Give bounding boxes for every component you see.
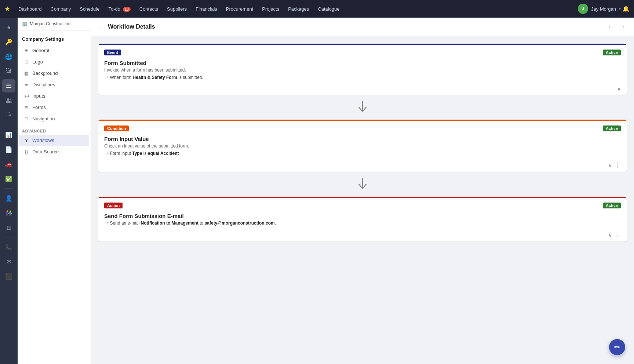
next-arrow[interactable]: → xyxy=(618,23,627,31)
sidebar-icon-check[interactable]: ✅ xyxy=(2,172,15,185)
nav-company[interactable]: Company xyxy=(47,4,75,14)
avatar: J xyxy=(578,4,588,14)
sidebar-icon-mail[interactable]: ✉ xyxy=(2,255,15,268)
workflows-icon: Y xyxy=(23,138,29,143)
sidebar-icon-list[interactable] xyxy=(2,79,15,92)
sidebar-icon-doc[interactable]: 📄 xyxy=(2,143,15,156)
nav-todo[interactable]: To-do 10 xyxy=(105,4,134,14)
sidebar-item-background-label: Background xyxy=(32,70,58,76)
event-subtitle: Invoked when a form has been submitted. xyxy=(104,68,621,73)
chevron-down-icon: ▾ xyxy=(619,7,621,11)
svg-rect-0 xyxy=(6,84,11,84)
action-card-body: Send Form Submission E-mail Send an e-ma… xyxy=(98,210,627,230)
sidebar-item-datasource[interactable]: {} Data Source xyxy=(19,146,89,157)
sidebar-icon-globe[interactable]: 🌐 xyxy=(2,50,15,63)
action-expand-icon[interactable]: ∨ xyxy=(608,232,612,238)
sidebar-icon-car[interactable]: 🚗 xyxy=(2,157,15,171)
action-more-icon[interactable]: ⋮ xyxy=(615,232,621,239)
sidebar-icon-star[interactable]: ★ xyxy=(2,21,15,34)
svg-point-3 xyxy=(7,98,9,101)
condition-card-footer: ∨ ⋮ xyxy=(98,160,627,172)
todo-badge: 10 xyxy=(123,7,131,12)
event-expand-icon[interactable]: ∨ xyxy=(617,86,621,92)
condition-badge: Condition xyxy=(104,125,129,131)
sidebar-icon-group[interactable]: 👫 xyxy=(2,206,15,219)
sidebar-icon-image[interactable]: 🖼 xyxy=(2,65,15,78)
back-button[interactable]: ← xyxy=(98,23,104,30)
arrow-down-1 xyxy=(98,95,627,120)
user-menu[interactable]: J Jay Morgan ▾ xyxy=(578,4,621,14)
condition-expand-icon[interactable]: ∨ xyxy=(608,163,612,168)
user-name: Jay Morgan xyxy=(591,6,616,12)
event-active-badge: Active xyxy=(603,50,621,55)
event-card: Event Active Form Submitted Invoked when… xyxy=(98,44,627,95)
sidebar-item-forms[interactable]: ≡ Forms xyxy=(19,102,89,113)
logo-icon: □ xyxy=(23,59,29,65)
sidebar-icon-grid[interactable]: ⊞ xyxy=(2,221,15,234)
nav-projects[interactable]: Projects xyxy=(258,4,283,14)
sidebar-item-disciplines-label: Disciplines xyxy=(32,82,55,87)
sidebar-item-inputs[interactable]: 🏷 Inputs xyxy=(19,90,89,102)
nav-packages[interactable]: Packages xyxy=(284,4,313,14)
nav-financials[interactable]: Financials xyxy=(192,4,221,14)
svg-point-4 xyxy=(10,99,11,101)
nav-suppliers[interactable]: Suppliers xyxy=(163,4,190,14)
nav-schedule[interactable]: Schedule xyxy=(76,4,103,14)
navigation-icon: □ xyxy=(23,116,29,121)
action-card: Action Active Send Form Submission E-mai… xyxy=(98,197,627,241)
settings-section-title: Company Settings xyxy=(18,30,91,45)
sidebar-icon-users[interactable] xyxy=(2,94,15,107)
nav-procurement[interactable]: Procurement xyxy=(222,4,257,14)
condition-card-header: Condition Active xyxy=(98,121,627,133)
top-navigation: ★ Dashboard Company Schedule To-do 10 Co… xyxy=(0,0,634,18)
condition-active-badge: Active xyxy=(603,125,621,131)
sidebar-item-navigation[interactable]: □ Navigation xyxy=(19,113,89,124)
nav-catalogue[interactable]: Catalogue xyxy=(314,4,343,14)
bell-icon[interactable]: 🔔 xyxy=(622,6,630,12)
sidebar-item-workflows[interactable]: Y Workflows xyxy=(19,135,89,146)
sidebar-item-background[interactable]: ▦ Background xyxy=(19,68,89,79)
sidebar-icon-chart[interactable]: 📊 xyxy=(2,128,15,141)
main-content: ← Workflow Details ← → Event Active Form… xyxy=(91,18,634,364)
org-name: Morgan Construction xyxy=(30,21,70,26)
event-title: Form Submitted xyxy=(104,60,621,66)
event-card-header: Event Active xyxy=(98,45,627,57)
sidebar-item-disciplines[interactable]: ≡ Disciplines xyxy=(19,79,89,90)
general-icon: ≡ xyxy=(23,48,29,53)
sidebar-item-general[interactable]: ≡ General xyxy=(19,45,89,56)
arrow-down-2 xyxy=(98,172,627,197)
sidebar-item-navigation-label: Navigation xyxy=(32,116,55,121)
nav-contacts[interactable]: Contacts xyxy=(136,4,162,14)
nav-arrows: ← → xyxy=(606,23,627,31)
sidebar-icon-building[interactable]: 🏛 xyxy=(2,109,15,122)
action-card-header: Action Active xyxy=(98,198,627,210)
org-bar[interactable]: 🏢 Morgan Construction xyxy=(18,18,91,30)
svg-rect-1 xyxy=(6,85,11,86)
datasource-icon: {} xyxy=(23,149,29,154)
sidebar-item-general-label: General xyxy=(32,48,49,53)
prev-arrow[interactable]: ← xyxy=(606,23,615,31)
nav-dashboard[interactable]: Dashboard xyxy=(15,4,45,14)
edit-icon: ✏ xyxy=(614,343,620,352)
sidebar-icon-phone[interactable]: 📞 xyxy=(2,240,15,254)
event-badge: Event xyxy=(104,50,121,55)
content-header: ← Workflow Details ← → xyxy=(91,18,634,36)
event-card-body: Form Submitted Invoked when a form has b… xyxy=(98,57,627,84)
fab-edit-button[interactable]: ✏ xyxy=(609,339,625,355)
settings-sidebar: 🏢 Morgan Construction Company Settings ≡… xyxy=(18,18,91,364)
sidebar-icon-key[interactable]: 🔑 xyxy=(2,35,15,48)
sidebar-item-workflows-label: Workflows xyxy=(32,138,54,143)
sidebar-item-datasource-label: Data Source xyxy=(32,149,59,154)
sidebar-item-forms-label: Forms xyxy=(32,105,46,110)
inputs-icon: 🏷 xyxy=(23,93,29,99)
sidebar-item-logo[interactable]: □ Logo xyxy=(19,56,89,68)
background-icon: ▦ xyxy=(23,70,29,76)
sidebar-icon-layers[interactable]: ⬛ xyxy=(2,270,15,283)
sidebar-icon-person[interactable]: 👤 xyxy=(2,192,15,205)
sidebar-item-logo-label: Logo xyxy=(32,59,43,65)
forms-icon: ≡ xyxy=(23,105,29,110)
condition-card-body: Form Input Value Check an input value of… xyxy=(98,133,627,160)
condition-subtitle: Check an input value of the submitted fo… xyxy=(104,143,621,149)
condition-more-icon[interactable]: ⋮ xyxy=(615,162,621,169)
disciplines-icon: ≡ xyxy=(23,82,29,87)
